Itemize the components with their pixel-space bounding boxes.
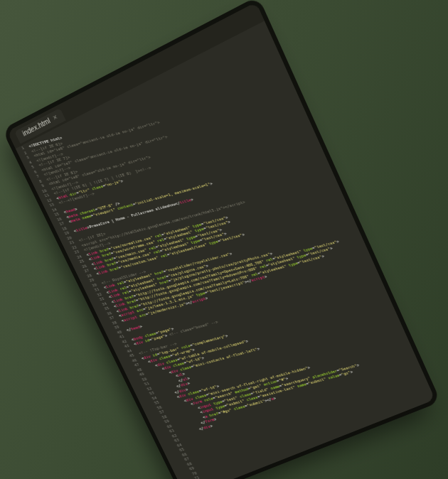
tab-index-html[interactable]: index.html ×: [14, 108, 66, 144]
tab-close-icon[interactable]: ×: [52, 113, 59, 122]
screenshot-canvas: index.html × 1<!DOCTYPE html>2<!--[if IE…: [0, 0, 448, 479]
tab-title: index.html: [21, 117, 52, 137]
editor-window-card: index.html ×: [7, 2, 435, 479]
tab-bar: index.html ×: [7, 2, 265, 149]
